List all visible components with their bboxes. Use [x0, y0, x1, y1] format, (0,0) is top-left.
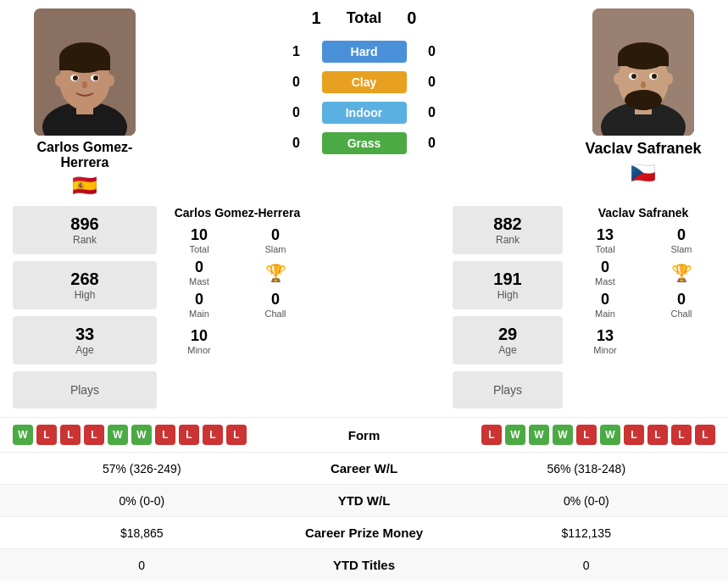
right-form-badges: LWWWLWLLLL [415, 425, 716, 445]
ytd-wl-label: YTD W/L [271, 493, 458, 508]
right-form-badge-4: L [576, 425, 597, 445]
right-minor-stat: 13 Minor [571, 327, 639, 355]
left-form-badge-8: L [203, 425, 223, 445]
left-form-badge-6: L [155, 425, 175, 445]
center-spacer [318, 206, 444, 409]
left-player-detail: Carlos Gomez-Herrera 10 Total 0 Slam 0 M… [165, 206, 309, 409]
left-plays-box: Plays [13, 371, 157, 409]
right-player-section: Vaclav Safranek 🇨🇿 [571, 8, 715, 197]
clay-row: 0 Clay 0 [284, 71, 445, 93]
left-slam-label: Slam [242, 244, 309, 254]
left-high-value: 268 [25, 270, 144, 289]
right-mast-label: Mast [571, 276, 639, 286]
left-stats-boxes: 896 Rank 268 High 33 Age Plays [13, 206, 157, 409]
left-high-label: High [25, 289, 144, 301]
right-form-badge-1: W [505, 425, 525, 445]
left-form-badge-9: L [226, 425, 247, 445]
left-chall-stat: 0 Chall [242, 291, 309, 319]
career-wl-label: Career W/L [271, 461, 458, 476]
left-minor-label: Minor [165, 345, 233, 355]
svg-point-23 [652, 74, 657, 79]
svg-point-22 [631, 74, 636, 79]
left-form-badge-0: W [13, 425, 33, 445]
right-player-name-small: Vaclav Safranek [571, 206, 715, 220]
left-main-value: 0 [165, 291, 233, 309]
left-form-badge-4: W [108, 425, 128, 445]
grass-score-left: 0 [284, 136, 309, 151]
right-slam-stat: 0 Slam [647, 226, 715, 254]
right-career-wl: 56% (318-248) [458, 462, 716, 476]
indoor-score-left: 0 [284, 105, 309, 120]
left-player-flag: 🇪🇸 [72, 174, 97, 197]
left-player-section: Carlos Gomez- Herrera 🇪🇸 [13, 8, 157, 197]
right-rank-label: Rank [465, 234, 550, 246]
left-age-box: 33 Age [13, 316, 157, 364]
right-rank-value: 882 [465, 214, 550, 234]
right-form-badge-3: W [553, 425, 573, 445]
prize-row: $18,865 Career Prize Money $112,135 [0, 516, 728, 548]
svg-point-25 [614, 73, 622, 85]
ytd-titles-row: 0 YTD Titles 0 [0, 548, 728, 581]
right-form-badge-8: L [671, 425, 692, 445]
left-main-stat: 0 Main [165, 291, 233, 319]
left-ytd-wl: 0% (0-0) [13, 494, 271, 508]
left-chall-label: Chall [242, 309, 309, 319]
right-high-box: 191 High [453, 261, 563, 309]
right-plays-box: Plays [453, 371, 563, 409]
left-rank-value: 896 [25, 214, 144, 234]
left-player-avatar [34, 8, 136, 136]
right-chall-stat: 0 Chall [647, 291, 715, 319]
left-plays-label: Plays [25, 383, 144, 397]
right-rank-box: 882 Rank [453, 206, 563, 254]
left-rank-box: 896 Rank [13, 206, 157, 254]
right-age-label: Age [465, 344, 550, 356]
grass-row: 0 Grass 0 [284, 132, 445, 154]
right-main-stat: 0 Main [571, 291, 639, 319]
left-form-badge-5: W [131, 425, 152, 445]
right-minor-label: Minor [571, 345, 639, 355]
left-mast-value: 0 [165, 259, 233, 276]
right-high-value: 191 [465, 270, 550, 289]
svg-point-11 [55, 75, 64, 86]
svg-point-9 [93, 75, 98, 81]
right-stats-grid: 13 Total 0 Slam 0 Mast 🏆 0 Main [571, 226, 715, 355]
hard-score-left: 1 [284, 44, 309, 59]
left-prize: $18,865 [13, 526, 271, 540]
clay-score-left: 0 [284, 75, 309, 90]
right-stats-boxes: 882 Rank 191 High 29 Age Plays [453, 206, 563, 409]
right-total-stat: 13 Total [571, 226, 639, 254]
left-stats-grid: 10 Total 0 Slam 0 Mast 🏆 0 Main [165, 226, 309, 355]
left-mast-stat: 0 Mast [165, 259, 233, 286]
left-form-badge-7: L [179, 425, 199, 445]
right-form-badge-2: W [529, 425, 549, 445]
right-player-name: Vaclav Safranek [585, 140, 701, 158]
total-score-left: 1 [312, 8, 321, 28]
right-minor-value: 13 [571, 327, 639, 345]
svg-point-12 [106, 75, 114, 86]
form-label: Form [314, 428, 415, 442]
right-form-badge-7: L [647, 425, 668, 445]
right-prize: $112,135 [458, 526, 716, 540]
clay-score-right: 0 [420, 75, 445, 90]
right-form-badge-9: L [695, 425, 715, 445]
svg-point-19 [625, 90, 662, 110]
left-slam-stat: 0 Slam [242, 226, 309, 254]
left-form-badge-2: L [60, 425, 81, 445]
career-wl-row: 57% (326-249) Career W/L 56% (318-248) [0, 452, 728, 484]
total-score-right: 0 [407, 8, 416, 28]
svg-point-26 [664, 73, 673, 85]
right-main-value: 0 [571, 291, 639, 309]
left-ytd-titles: 0 [13, 559, 271, 572]
right-age-value: 29 [465, 325, 550, 344]
hard-score-right: 0 [420, 44, 445, 59]
svg-point-8 [73, 75, 78, 81]
left-career-wl: 57% (326-249) [13, 462, 271, 476]
right-ytd-titles: 0 [458, 559, 716, 572]
left-main-label: Main [165, 309, 233, 319]
right-mast-value: 0 [571, 259, 639, 276]
right-ytd-wl: 0% (0-0) [458, 494, 716, 508]
form-section: WLLLWWLLLL Form LWWWLWLLLL [0, 417, 728, 452]
left-minor-stat: 10 Minor [165, 327, 233, 355]
right-plays-label: Plays [465, 383, 550, 397]
right-high-label: High [465, 289, 550, 301]
